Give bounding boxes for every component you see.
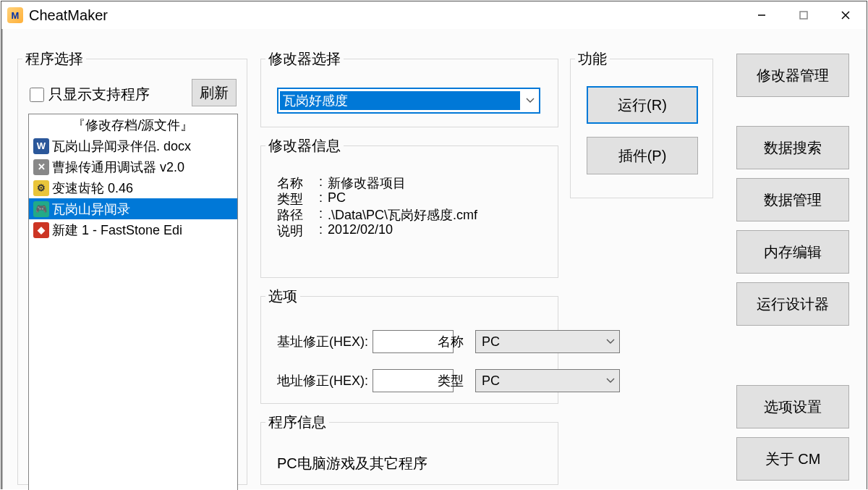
memory-edit-button[interactable]: 内存编辑 <box>736 230 849 274</box>
label-opt-name: 名称 <box>438 333 475 350</box>
options-button[interactable]: 选项设置 <box>736 385 849 428</box>
group-cheat-select: 修改器选择 瓦岗好感度 <box>260 49 558 127</box>
group-function-legend: 功能 <box>575 49 610 69</box>
group-cheat-select-legend: 修改器选择 <box>265 49 344 69</box>
group-cheat-info-legend: 修改器信息 <box>265 136 344 156</box>
minimize-button[interactable] <box>741 2 783 28</box>
info-name: 名称:新修改器项目 <box>277 174 406 192</box>
data-search-button[interactable]: 数据搜索 <box>736 126 849 169</box>
window-title: CheatMaker <box>29 7 108 24</box>
label-opt-type: 类型 <box>438 372 475 389</box>
app-icon: M <box>7 7 23 23</box>
group-options-legend: 选项 <box>265 287 300 306</box>
group-function: 功能 运行(R) 插件(P) <box>570 49 713 198</box>
program-list[interactable]: 『修改存档/源文件』 W瓦岗山异闻录伴侣. docx ✕曹操传通用调试器 v2.… <box>28 114 238 490</box>
label-base-fix: 基址修正(HEX): <box>277 333 368 350</box>
group-program-select: 程序选择 只显示支持程序 刷新 『修改存档/源文件』 W瓦岗山异闻录伴侣. do… <box>17 49 247 485</box>
label-addr-fix: 地址修正(HEX): <box>277 372 368 389</box>
titlebar: M CheatMaker <box>1 1 867 29</box>
combo-opt-type[interactable]: PC <box>475 369 620 392</box>
refresh-button[interactable]: 刷新 <box>192 79 237 106</box>
chevron-down-icon <box>522 89 539 112</box>
chevron-down-icon <box>602 331 619 352</box>
proc-info-text: PC电脑游戏及其它程序 <box>277 454 427 473</box>
about-button[interactable]: 关于 CM <box>736 437 849 481</box>
faststone-icon: ◆ <box>33 222 49 238</box>
group-cheat-info: 修改器信息 名称:新修改器项目 类型:PC 路径:.\Data\PC\瓦岗好感度… <box>260 136 558 278</box>
gear-icon: ⚙ <box>33 180 49 196</box>
list-item[interactable]: W瓦岗山异闻录伴侣. docx <box>29 135 237 156</box>
run-button[interactable]: 运行(R) <box>587 86 698 124</box>
info-type: 类型:PC <box>277 190 346 208</box>
client-area: 程序选择 只显示支持程序 刷新 『修改存档/源文件』 W瓦岗山异闻录伴侣. do… <box>1 29 867 489</box>
info-path: 路径:.\Data\PC\瓦岗好感度.cmf <box>277 206 477 224</box>
group-proc-info-legend: 程序信息 <box>265 413 329 432</box>
run-designer-button[interactable]: 运行设计器 <box>736 282 849 326</box>
cheat-selector-combobox[interactable]: 瓦岗好感度 <box>277 88 540 114</box>
svg-rect-1 <box>800 12 807 19</box>
list-item[interactable]: 🎮瓦岗山异闻录 <box>29 198 237 219</box>
app-window: M CheatMaker 程序选择 只显示支持程序 刷新 『修改存档/源文件』 … <box>1 1 867 489</box>
group-program-legend: 程序选择 <box>22 49 86 69</box>
info-desc: 说明:2012/02/10 <box>277 222 393 240</box>
game-icon: 🎮 <box>33 201 49 217</box>
close-button[interactable] <box>825 2 867 28</box>
checkbox-show-supported-label[interactable]: 只显示支持程序 <box>48 85 150 104</box>
group-proc-info: 程序信息 PC电脑游戏及其它程序 <box>260 413 558 485</box>
wrench-icon: ✕ <box>33 159 49 175</box>
list-item[interactable]: ⚙变速齿轮 0.46 <box>29 177 237 198</box>
checkbox-show-supported-only[interactable] <box>30 88 44 102</box>
cheat-manager-button[interactable]: 修改器管理 <box>736 54 849 97</box>
cheat-selector-value: 瓦岗好感度 <box>280 91 520 110</box>
word-icon: W <box>33 138 49 154</box>
chevron-down-icon <box>602 370 619 392</box>
list-item[interactable]: ◆新建 1 - FastStone Edi <box>29 219 237 240</box>
combo-opt-name[interactable]: PC <box>475 330 620 353</box>
group-options: 选项 基址修正(HEX): 地址修正(HEX): 名称 PC 类型 PC <box>260 287 558 404</box>
list-item[interactable]: ✕曹操传通用调试器 v2.0 <box>29 156 237 177</box>
plugin-button[interactable]: 插件(P) <box>587 137 698 174</box>
list-item[interactable]: 『修改存档/源文件』 <box>29 114 237 135</box>
data-manage-button[interactable]: 数据管理 <box>736 178 849 221</box>
maximize-button[interactable] <box>783 2 825 28</box>
